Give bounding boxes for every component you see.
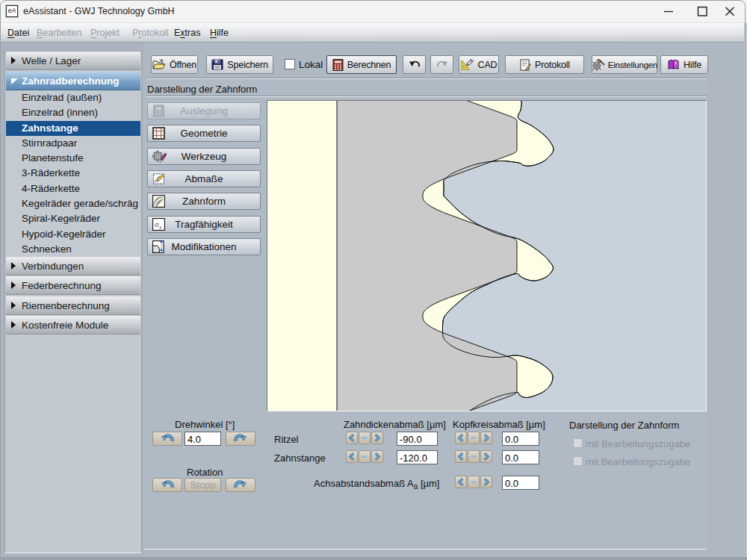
svg-text:x: x: [158, 223, 162, 230]
